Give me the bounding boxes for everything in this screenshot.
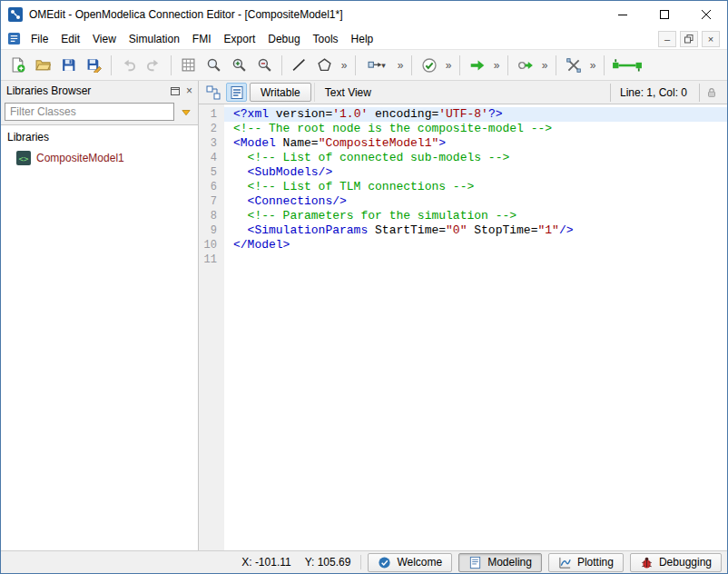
menu-file[interactable]: File bbox=[25, 29, 54, 49]
diagram-view-button[interactable] bbox=[202, 83, 223, 102]
toolbar-separator bbox=[355, 55, 356, 75]
welcome-perspective-button[interactable]: Welcome bbox=[368, 553, 452, 572]
code-line-text: <SubModels/> bbox=[224, 165, 727, 180]
omedit-window: OMEdit - OpenModelica Connection Editor … bbox=[0, 0, 728, 574]
shapes-overflow-button[interactable]: » bbox=[338, 53, 350, 77]
filter-classes-input[interactable] bbox=[5, 103, 174, 121]
code-line-7[interactable]: 7 <Connections/> bbox=[199, 194, 727, 209]
filter-options-button[interactable] bbox=[178, 103, 194, 121]
line-number: 11 bbox=[199, 252, 224, 267]
tlm-cosimulation-button[interactable] bbox=[609, 53, 645, 77]
menu-simulation[interactable]: Simulation bbox=[123, 29, 186, 49]
mdi-minimize-button[interactable]: – bbox=[658, 31, 676, 47]
welcome-icon bbox=[378, 556, 391, 569]
dropdown-caret-icon: ▾ bbox=[381, 61, 386, 70]
undo-button[interactable] bbox=[116, 53, 141, 77]
menu-view[interactable]: View bbox=[86, 29, 123, 49]
float-dock-icon[interactable] bbox=[171, 87, 180, 95]
line-number: 10 bbox=[199, 238, 224, 252]
toolbar-separator bbox=[556, 55, 556, 75]
caption-buttons bbox=[602, 1, 727, 28]
code-line-text bbox=[224, 252, 727, 267]
text-view-icon bbox=[230, 85, 244, 100]
omedit-app-icon bbox=[8, 7, 23, 22]
composite-model-icon: <> bbox=[16, 151, 31, 165]
toolbar-separator bbox=[604, 55, 605, 75]
simulate-animation-button[interactable] bbox=[513, 53, 537, 77]
code-line-text: <!-- The root node is the composite-mode… bbox=[224, 122, 727, 136]
text-view-button[interactable] bbox=[226, 83, 247, 102]
close-dock-icon[interactable]: × bbox=[186, 85, 192, 96]
code-editor[interactable]: 1<?xml version='1.0' encoding='UTF-8'?>2… bbox=[199, 104, 727, 550]
close-button[interactable] bbox=[685, 1, 727, 28]
menu-fmi[interactable]: FMI bbox=[186, 29, 218, 49]
debugging-perspective-button[interactable]: Debugging bbox=[630, 553, 722, 572]
menu-edit[interactable]: Edit bbox=[54, 29, 86, 49]
magnifier-minus-icon bbox=[257, 57, 272, 73]
polygon-tool-button[interactable] bbox=[312, 53, 337, 77]
mdi-close-button[interactable]: × bbox=[702, 31, 720, 47]
code-line-4[interactable]: 4 <!-- List of connected sub-models --> bbox=[199, 151, 727, 165]
line-icon bbox=[291, 57, 307, 73]
code-line-text: <?xml version='1.0' encoding='UTF-8'?> bbox=[224, 107, 727, 122]
code-line-3[interactable]: 3<Model Name="CompositeModel1"> bbox=[199, 136, 727, 151]
mdi-child-icon bbox=[4, 32, 25, 45]
check-overflow-button[interactable]: » bbox=[442, 53, 455, 77]
save-button[interactable] bbox=[56, 53, 81, 77]
show-grid-button[interactable] bbox=[176, 53, 201, 77]
menu-export[interactable]: Export bbox=[218, 29, 262, 49]
plotting-perspective-button[interactable]: Plotting bbox=[548, 553, 624, 572]
cursor-y-label: Y: 105.69 bbox=[301, 556, 355, 569]
interactive-overflow-button[interactable]: » bbox=[586, 53, 599, 77]
code-line-10[interactable]: 10</Model> bbox=[199, 238, 727, 252]
transition-mode-button[interactable]: ▾ bbox=[360, 53, 393, 77]
code-line-text: <!-- Parameters for the simulation --> bbox=[224, 209, 727, 223]
code-line-11[interactable]: 11 bbox=[199, 252, 727, 267]
check-model-button[interactable] bbox=[417, 53, 441, 77]
minimize-button[interactable] bbox=[602, 1, 644, 28]
line-tool-button[interactable] bbox=[287, 53, 311, 77]
title-bar: OMEdit - OpenModelica Connection Editor … bbox=[1, 1, 727, 28]
zoom-fit-button[interactable] bbox=[202, 53, 226, 77]
transition-overflow-button[interactable]: » bbox=[394, 53, 407, 77]
menu-bar: FileEditViewSimulationFMIExportDebugTool… bbox=[1, 28, 727, 50]
new-model-button[interactable] bbox=[5, 53, 30, 77]
line-number: 2 bbox=[199, 122, 224, 136]
overflow-chevron-icon: » bbox=[446, 59, 452, 72]
save-as-button[interactable] bbox=[82, 53, 106, 77]
mdi-minimize-icon: – bbox=[664, 34, 670, 45]
toolbar-separator bbox=[459, 55, 460, 75]
simulate-button[interactable] bbox=[465, 53, 489, 77]
status-right: X: -101.11 Y: 105.69 Welcome Modeling Pl… bbox=[238, 553, 722, 572]
code-line-9[interactable]: 9 <SimulationParams StartTime="0" StopTi… bbox=[199, 223, 727, 238]
redo-icon bbox=[146, 57, 162, 73]
code-line-1[interactable]: 1<?xml version='1.0' encoding='UTF-8'?> bbox=[199, 107, 727, 122]
zoom-out-button[interactable] bbox=[252, 53, 277, 77]
line-number: 3 bbox=[199, 136, 224, 151]
redo-button[interactable] bbox=[142, 53, 166, 77]
green-arrow-icon bbox=[469, 57, 486, 74]
menu-debug[interactable]: Debug bbox=[261, 29, 306, 49]
simulate-overflow-button[interactable]: » bbox=[490, 53, 503, 77]
animation-overflow-button[interactable]: » bbox=[538, 53, 551, 77]
maximize-button[interactable] bbox=[644, 1, 685, 28]
library-item-label: CompositeModel1 bbox=[36, 152, 124, 164]
dock-title-icons: × bbox=[171, 85, 192, 96]
mdi-restore-button[interactable] bbox=[680, 31, 698, 47]
editor-toolbar: Writable Text View Line: 1, Col: 0 bbox=[199, 81, 727, 104]
menu-tools[interactable]: Tools bbox=[307, 29, 345, 49]
zoom-in-button[interactable] bbox=[227, 53, 251, 77]
code-line-2[interactable]: 2<!-- The root node is the composite-mod… bbox=[199, 122, 727, 136]
menu-help[interactable]: Help bbox=[345, 29, 380, 49]
writable-button[interactable]: Writable bbox=[250, 83, 311, 102]
modeling-perspective-button[interactable]: Modeling bbox=[458, 553, 542, 572]
writable-label: Writable bbox=[261, 86, 300, 99]
code-line-5[interactable]: 5 <SubModels/> bbox=[199, 165, 727, 180]
code-line-8[interactable]: 8 <!-- Parameters for the simulation --> bbox=[199, 209, 727, 223]
libraries-tree-header: Libraries bbox=[6, 130, 192, 150]
overflow-chevron-icon: » bbox=[494, 59, 500, 72]
open-file-button[interactable] bbox=[31, 53, 55, 77]
interactive-simulation-button[interactable] bbox=[561, 53, 585, 77]
library-item-compositemodel1[interactable]: <> CompositeModel1 bbox=[6, 150, 192, 166]
code-line-6[interactable]: 6 <!-- List of TLM connections --> bbox=[199, 180, 727, 194]
